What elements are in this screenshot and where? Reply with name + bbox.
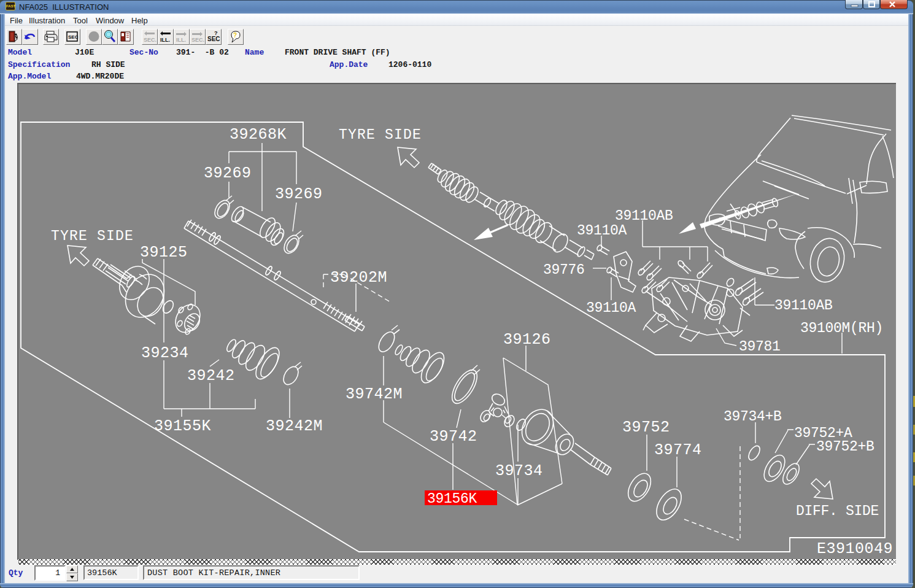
svg-text:39242: 39242: [187, 367, 235, 385]
svg-text:39110AB: 39110AB: [774, 298, 833, 314]
svg-text:39202M: 39202M: [330, 269, 387, 287]
svg-text:39776: 39776: [543, 262, 585, 278]
svg-text:39752: 39752: [622, 419, 670, 436]
svg-text:39126: 39126: [503, 331, 551, 349]
svg-text:39269: 39269: [275, 185, 323, 203]
svg-text:39742M: 39742M: [346, 385, 403, 403]
svg-text:E3910049: E3910049: [817, 540, 893, 558]
svg-text:SEC.: SEC.: [191, 37, 204, 43]
svg-text:ILL.: ILL.: [176, 37, 186, 43]
svg-text:39110A: 39110A: [577, 223, 627, 239]
svg-text:39734+B: 39734+B: [724, 409, 782, 425]
svg-text:39110A: 39110A: [586, 300, 636, 316]
svg-text:39100M(RH): 39100M(RH): [800, 320, 883, 336]
svg-text:SEC.: SEC.: [144, 37, 156, 43]
svg-text:DIFF. SIDE: DIFF. SIDE: [796, 503, 879, 519]
svg-text:39268K: 39268K: [230, 126, 287, 144]
svg-text:39242M: 39242M: [266, 417, 323, 435]
svg-text:39110AB: 39110AB: [615, 208, 673, 224]
svg-text:?: ?: [214, 30, 218, 36]
svg-text:SEC: SEC: [68, 34, 79, 40]
svg-text:39781: 39781: [739, 339, 781, 355]
svg-text:39774: 39774: [654, 441, 702, 459]
svg-text:39752+B: 39752+B: [816, 439, 874, 455]
svg-text:39125: 39125: [140, 244, 188, 261]
svg-text:TYRE SIDE: TYRE SIDE: [339, 127, 422, 143]
svg-text:39742: 39742: [430, 428, 477, 446]
svg-text:39234: 39234: [141, 344, 189, 362]
svg-text:39156K: 39156K: [427, 491, 477, 507]
svg-text:39269: 39269: [204, 164, 252, 182]
svg-text:?: ?: [233, 32, 237, 39]
svg-text:SEC: SEC: [207, 36, 220, 42]
svg-text:39155K: 39155K: [154, 417, 211, 435]
svg-text:39734: 39734: [495, 462, 543, 480]
svg-text:ILL.: ILL.: [160, 37, 170, 43]
svg-text:TYRE SIDE: TYRE SIDE: [51, 228, 134, 244]
